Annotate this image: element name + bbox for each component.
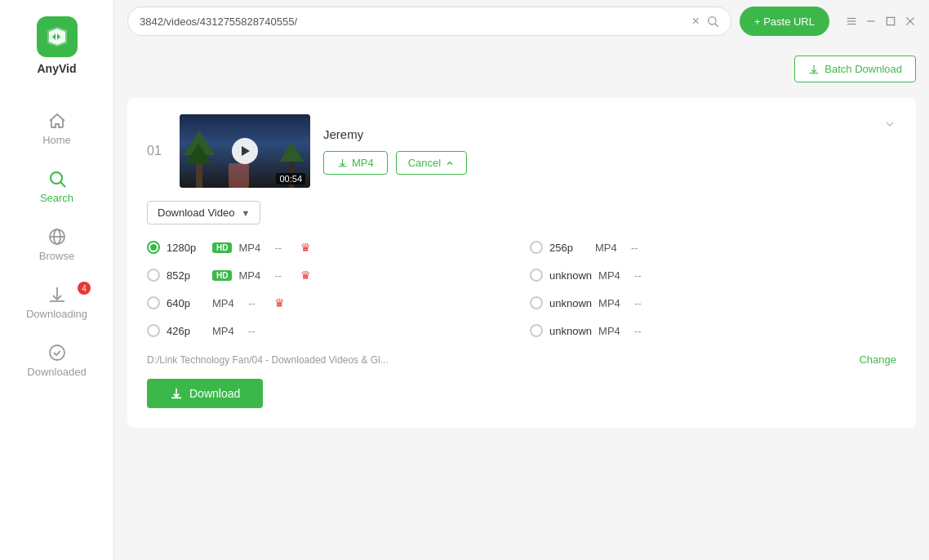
quality-label-unknown3: unknown — [549, 325, 592, 337]
video-info: Jeremy MP4 Cancel — [323, 127, 870, 175]
sidebar-downloaded-label: Downloaded — [27, 366, 86, 378]
quality-radio-unknown2[interactable] — [530, 296, 543, 309]
quality-label-852p: 852p — [167, 269, 206, 282]
video-thumbnail[interactable]: 00:54 — [180, 114, 310, 188]
download-options: Download Video ▼ 1280p HD MP4 -- ♛ — [147, 201, 896, 408]
quality-label-unknown1: unknown — [549, 269, 592, 282]
downloading-badge: 4 — [78, 282, 91, 295]
sidebar-item-downloading[interactable]: 4 Downloading — [0, 273, 113, 331]
format-unknown2: MP4 — [598, 297, 628, 309]
download-btn-label: Download — [189, 387, 240, 400]
file-path-text: D:/Link Technology Fan/04 - Downloaded V… — [147, 354, 851, 366]
format-640p: MP4 — [212, 297, 242, 309]
video-number: 01 — [147, 144, 167, 158]
chevron-down-icon[interactable] — [883, 118, 896, 131]
sidebar-item-downloaded[interactable]: Downloaded — [0, 331, 113, 389]
sidebar-home-label: Home — [42, 134, 71, 146]
size-unknown1: -- — [634, 269, 654, 282]
format-852p: MP4 — [238, 269, 268, 282]
batch-download-button[interactable]: Batch Download — [794, 56, 916, 82]
mp4-button[interactable]: MP4 — [323, 151, 388, 175]
video-actions: MP4 Cancel — [323, 151, 870, 175]
quality-label-426p: 426p — [167, 325, 206, 337]
sidebar-item-home[interactable]: Home — [0, 100, 113, 158]
svg-point-5 — [50, 345, 64, 360]
quality-radio-1280p[interactable] — [147, 241, 160, 254]
quality-row-426p: 426p MP4 -- — [147, 321, 513, 340]
chevron-up-icon — [445, 158, 455, 168]
video-card: 01 00:54 Jeremy — [127, 98, 916, 428]
svg-line-7 — [715, 24, 718, 27]
browse-icon — [47, 227, 67, 247]
quality-row-256p: 256p MP4 -- — [530, 238, 896, 257]
sidebar-browse-label: Browse — [39, 250, 74, 262]
logo-area: AnyVid — [37, 8, 78, 83]
quality-row-unknown3: unknown MP4 -- — [530, 321, 896, 340]
svg-line-1 — [60, 183, 65, 188]
size-unknown3: -- — [634, 325, 654, 337]
download-button[interactable]: Download — [147, 379, 263, 408]
close-button[interactable] — [905, 16, 916, 27]
size-unknown2: -- — [634, 297, 654, 309]
quality-radio-unknown1[interactable] — [530, 269, 543, 282]
video-duration: 00:54 — [276, 173, 305, 184]
format-unknown3: MP4 — [598, 325, 628, 337]
crown-icon-640p: ♛ — [274, 296, 285, 309]
quality-grid: 1280p HD MP4 -- ♛ 256p MP4 -- — [147, 238, 896, 340]
video-title: Jeremy — [323, 127, 870, 141]
maximize-button[interactable] — [885, 16, 896, 27]
mp4-label: MP4 — [352, 157, 374, 169]
options-toolbar: Download Video ▼ — [147, 201, 896, 224]
search-icon — [47, 169, 67, 189]
quality-label-unknown2: unknown — [549, 297, 592, 309]
url-text: 3842/videos/4312755828740555/ — [140, 16, 686, 28]
size-256p: -- — [631, 242, 651, 254]
url-search-icon — [706, 15, 719, 28]
quality-label-640p: 640p — [167, 297, 206, 309]
batch-download-icon — [808, 64, 820, 75]
quality-label-1280p: 1280p — [167, 242, 206, 254]
crown-icon-1280p: ♛ — [300, 241, 311, 254]
crown-icon-852p: ♛ — [300, 269, 311, 282]
minimize-button[interactable] — [865, 16, 877, 27]
cancel-button[interactable]: Cancel — [396, 151, 467, 175]
downloading-icon — [47, 285, 67, 304]
quality-radio-426p[interactable] — [147, 324, 160, 337]
play-button[interactable] — [232, 138, 258, 164]
format-unknown1: MP4 — [598, 269, 628, 282]
format-1280p: MP4 — [238, 242, 268, 254]
quality-radio-unknown3[interactable] — [530, 324, 543, 337]
sidebar-item-search[interactable]: Search — [0, 158, 113, 216]
download-type-label: Download Video — [158, 207, 234, 219]
sidebar-downloading-label: Downloading — [26, 308, 87, 320]
quality-radio-852p[interactable] — [147, 269, 160, 282]
window-controls — [846, 16, 916, 27]
hd-badge-1280p: HD — [212, 242, 232, 253]
menu-button[interactable] — [846, 16, 857, 27]
sidebar-item-browse[interactable]: Browse — [0, 216, 113, 273]
batch-download-label: Batch Download — [825, 63, 902, 75]
main-content: 3842/videos/4312755828740555/ × + Paste … — [114, 0, 929, 560]
quality-row-640p: 640p MP4 -- ♛ — [147, 293, 513, 313]
download-btn-icon — [170, 387, 183, 400]
svg-point-6 — [709, 17, 716, 24]
quality-radio-640p[interactable] — [147, 296, 160, 309]
change-path-link[interactable]: Change — [859, 353, 896, 366]
quality-row-unknown1: unknown MP4 -- — [530, 265, 896, 285]
paste-url-button[interactable]: + Paste URL — [740, 7, 829, 36]
app-logo-icon — [37, 16, 78, 57]
svg-point-0 — [51, 172, 62, 184]
url-clear-button[interactable]: × — [692, 15, 700, 28]
quality-row-unknown2: unknown MP4 -- — [530, 293, 896, 313]
format-426p: MP4 — [212, 325, 242, 337]
sidebar-search-label: Search — [40, 192, 73, 204]
size-1280p: -- — [274, 242, 294, 254]
size-640p: -- — [248, 297, 268, 309]
file-path-row: D:/Link Technology Fan/04 - Downloaded V… — [147, 353, 896, 366]
content-area: Batch Download 01 00:54 — [114, 42, 929, 560]
download-type-dropdown[interactable]: Download Video ▼ — [147, 201, 260, 224]
quality-radio-256p[interactable] — [530, 241, 543, 254]
video-header: 01 00:54 Jeremy — [147, 114, 896, 188]
cancel-label: Cancel — [408, 157, 441, 169]
dropdown-arrow-icon: ▼ — [241, 208, 250, 218]
